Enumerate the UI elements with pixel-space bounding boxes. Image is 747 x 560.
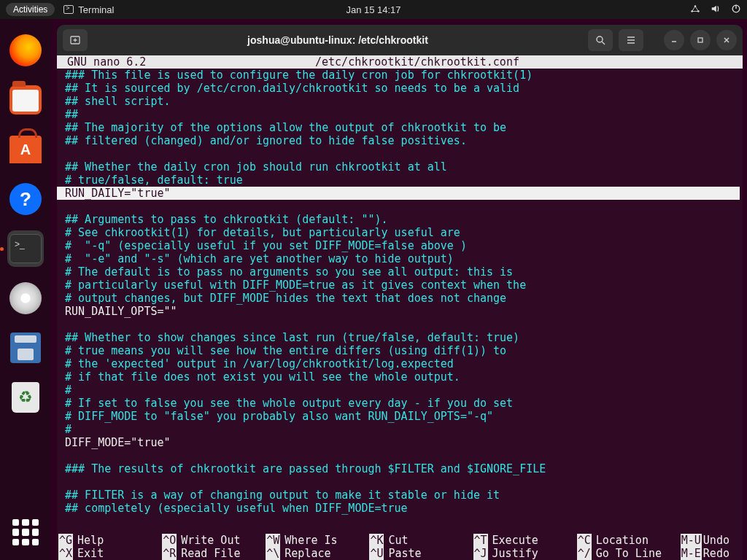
save-icon bbox=[10, 332, 41, 363]
window-titlebar: joshua@ubuntu-linux: /etc/chkrootkit bbox=[57, 25, 743, 55]
shortcut-undo: M-U Undo bbox=[681, 534, 743, 547]
editor-line: # bbox=[57, 384, 743, 397]
shortcut-label: Exit bbox=[77, 547, 104, 560]
editor-line: ## Whether to show changes since last ru… bbox=[57, 331, 743, 344]
editor-line bbox=[57, 449, 743, 462]
app-menu-label: Terminal bbox=[78, 4, 114, 15]
activities-button[interactable]: Activities bbox=[6, 3, 55, 16]
terminal-icon bbox=[63, 5, 74, 14]
editor-line: # See chkrootkit(1) for details, but par… bbox=[57, 226, 743, 239]
trash-icon bbox=[12, 382, 39, 413]
shortcut-label: Cut bbox=[388, 534, 408, 547]
network-icon[interactable] bbox=[690, 4, 700, 16]
shortcut-label: Read File bbox=[181, 547, 240, 560]
terminal-icon bbox=[9, 234, 42, 263]
editor-line: ## It is sourced by /etc/cron.daily/chkr… bbox=[57, 82, 743, 95]
disc-icon bbox=[9, 282, 42, 314]
shortcut-key: ^C bbox=[577, 534, 592, 547]
editor-line: # true/false, default: true bbox=[57, 174, 743, 187]
editor-line: # "-e" and "-s" (which are yet another w… bbox=[57, 252, 743, 265]
shortcut-where-is: ^W Where Is bbox=[266, 534, 369, 547]
editor-line: ## filtered (changed) and/or ignored to … bbox=[57, 134, 743, 147]
nano-program-name: GNU nano 6.2 bbox=[67, 55, 315, 69]
editor-line: RUN_DAILY="true" bbox=[57, 187, 740, 200]
software-icon bbox=[9, 136, 42, 163]
terminal-window: joshua@ubuntu-linux: /etc/chkrootkit GNU… bbox=[57, 25, 743, 560]
shortcut-key: ^\ bbox=[266, 547, 280, 560]
dock-help[interactable]: ? bbox=[7, 181, 44, 217]
dock-terminal[interactable] bbox=[7, 230, 44, 267]
nano-editor[interactable]: GNU nano 6.2 /etc/chkrootkit/chkrootkit.… bbox=[57, 55, 743, 560]
shortcut-label: Undo bbox=[703, 534, 729, 547]
close-button[interactable] bbox=[716, 30, 737, 50]
clock[interactable]: Jan 15 14:17 bbox=[346, 4, 400, 15]
editor-line: ## Whether the daily cron job should run… bbox=[57, 160, 743, 174]
svg-rect-14 bbox=[698, 38, 703, 42]
shortcut-cut: ^K Cut bbox=[369, 534, 473, 547]
editor-line: ### The results of chkrootkit are passed… bbox=[57, 462, 743, 475]
shortcut-read-file: ^R Read File bbox=[162, 547, 266, 560]
editor-line: ## completely (especially useful when DI… bbox=[57, 502, 743, 515]
shortcut-label: Write Out bbox=[181, 534, 240, 547]
maximize-button[interactable] bbox=[690, 30, 711, 50]
shortcut-key: M-U bbox=[681, 534, 702, 547]
shortcut-label: Where Is bbox=[285, 534, 337, 547]
files-icon bbox=[9, 85, 42, 114]
shortcut-label: Go To Line bbox=[596, 547, 662, 560]
shortcut-execute: ^T Execute bbox=[473, 534, 577, 547]
shortcut-replace: ^\ Replace bbox=[266, 547, 369, 560]
shortcut-help: ^G Help bbox=[58, 534, 162, 547]
search-button[interactable] bbox=[588, 29, 613, 51]
editor-body[interactable]: ### This file is used to configure the d… bbox=[57, 69, 743, 515]
editor-line: ### This file is used to configure the d… bbox=[57, 69, 743, 82]
shortcut-key: ^/ bbox=[577, 547, 592, 560]
shortcut-key: ^T bbox=[473, 534, 488, 547]
dock-trash[interactable] bbox=[7, 379, 44, 416]
show-applications-button[interactable] bbox=[12, 519, 39, 545]
shortcut-key: ^O bbox=[162, 534, 177, 547]
nano-filename: /etc/chkrootkit/chkrootkit.conf bbox=[315, 55, 519, 69]
power-icon[interactable] bbox=[731, 4, 741, 16]
dock-files[interactable] bbox=[7, 82, 44, 118]
shortcut-key: ^J bbox=[473, 547, 488, 560]
editor-line: # particularly useful with DIFF_MODE=tru… bbox=[57, 279, 743, 292]
dock-disc[interactable] bbox=[7, 280, 44, 316]
editor-line: RUN_DAILY_OPTS="" bbox=[57, 305, 743, 318]
help-icon: ? bbox=[9, 183, 42, 215]
window-title: joshua@ubuntu-linux: /etc/chkrootkit bbox=[93, 34, 582, 46]
shortcut-redo: M-E Redo bbox=[681, 547, 743, 560]
minimize-button[interactable] bbox=[664, 30, 684, 50]
gnome-topbar: Activities Terminal Jan 15 14:17 bbox=[0, 0, 747, 19]
shortcut-label: Redo bbox=[703, 547, 729, 560]
dock-software[interactable] bbox=[7, 131, 44, 168]
editor-line: # output changes, but DIFF_MODE hides th… bbox=[57, 292, 743, 305]
app-menu[interactable]: Terminal bbox=[63, 4, 114, 15]
editor-line: # if that file does not exist you will s… bbox=[57, 370, 743, 384]
editor-line bbox=[57, 318, 743, 331]
editor-line bbox=[57, 200, 743, 213]
editor-line: ## The majority of the options allow the… bbox=[57, 121, 743, 134]
shortcut-key: M-E bbox=[681, 547, 702, 560]
shortcut-key: ^G bbox=[58, 534, 73, 547]
volume-icon[interactable] bbox=[711, 4, 721, 16]
shortcut-key: ^X bbox=[58, 547, 73, 560]
editor-line: # DIFF_MODE to "false" you probably also… bbox=[57, 410, 743, 423]
dock-save[interactable] bbox=[7, 330, 44, 366]
dock-firefox[interactable] bbox=[7, 32, 44, 69]
editor-line: # the 'expected' output in /var/log/chkr… bbox=[57, 357, 743, 370]
shortcut-label: Replace bbox=[285, 547, 330, 560]
shortcut-paste: ^U Paste bbox=[369, 547, 473, 560]
editor-line: # bbox=[57, 423, 743, 436]
shortcut-write-out: ^O Write Out bbox=[162, 534, 266, 547]
editor-line: ## Arguments to pass to chkrootkit (defa… bbox=[57, 213, 743, 226]
shortcut-go-to-line: ^/ Go To Line bbox=[577, 547, 681, 560]
shortcut-key: ^W bbox=[266, 534, 280, 547]
new-tab-button[interactable] bbox=[63, 29, 88, 51]
nano-titlebar: GNU nano 6.2 /etc/chkrootkit/chkrootkit.… bbox=[57, 55, 743, 69]
shortcut-key: ^K bbox=[369, 534, 384, 547]
shortcut-location: ^C Location bbox=[577, 534, 681, 547]
shortcut-key: ^R bbox=[162, 547, 177, 560]
nano-shortcuts: ^G Help^O Write Out^W Where Is^K Cut^T E… bbox=[57, 534, 743, 560]
hamburger-menu-button[interactable] bbox=[619, 29, 643, 51]
shortcut-label: Location bbox=[596, 534, 649, 547]
